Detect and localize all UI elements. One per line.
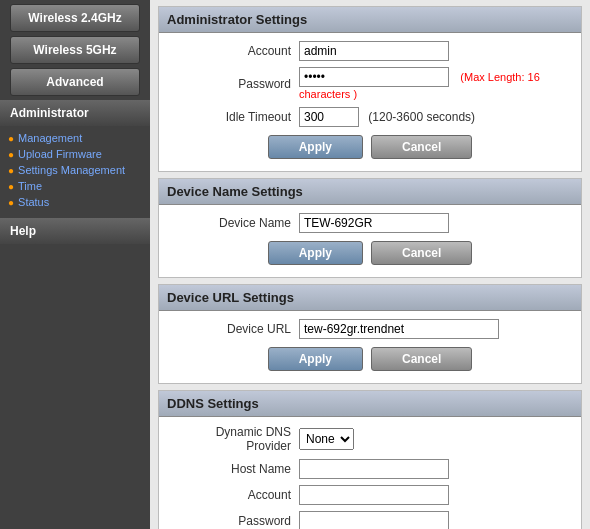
menu-link-upload-firmware[interactable]: Upload Firmware	[18, 148, 102, 160]
account-input[interactable]	[299, 41, 449, 61]
password-input-container: (Max Length: 16 characters )	[299, 67, 571, 101]
admin-menu: ● Management ● Upload Firmware ● Setting…	[0, 126, 150, 214]
ddns-account-row: Account	[169, 485, 571, 505]
dot-icon: ●	[8, 133, 14, 144]
ddns-provider-select[interactable]: None	[299, 428, 354, 450]
wireless-5-button[interactable]: Wireless 5GHz	[10, 36, 140, 64]
ddns-password-input-container	[299, 511, 571, 529]
device-name-label: Device Name	[169, 216, 299, 230]
device-name-cancel-button[interactable]: Cancel	[371, 241, 472, 265]
ddns-password-input[interactable]	[299, 511, 449, 529]
password-row: Password (Max Length: 16 characters )	[169, 67, 571, 101]
account-input-container	[299, 41, 571, 61]
ddns-hostname-row: Host Name	[169, 459, 571, 479]
device-name-input-container	[299, 213, 571, 233]
device-name-apply-button[interactable]: Apply	[268, 241, 363, 265]
menu-item-time[interactable]: ● Time	[8, 178, 142, 194]
dot-icon: ●	[8, 149, 14, 160]
admin-apply-button[interactable]: Apply	[268, 135, 363, 159]
dot-icon: ●	[8, 197, 14, 208]
device-name-section: Device Name Settings Device Name Apply C…	[158, 178, 582, 278]
device-url-cancel-button[interactable]: Cancel	[371, 347, 472, 371]
ddns-password-row: Password	[169, 511, 571, 529]
ddns-account-label: Account	[169, 488, 299, 502]
device-url-label: Device URL	[169, 322, 299, 336]
device-name-btn-row: Apply Cancel	[169, 241, 571, 265]
idle-timeout-input[interactable]	[299, 107, 359, 127]
menu-item-upload-firmware[interactable]: ● Upload Firmware	[8, 146, 142, 162]
admin-btn-row: Apply Cancel	[169, 135, 571, 159]
account-label: Account	[169, 44, 299, 58]
menu-link-time[interactable]: Time	[18, 180, 42, 192]
admin-settings-body: Account Password (Max Length: 16 charact…	[159, 33, 581, 171]
menu-link-management[interactable]: Management	[18, 132, 82, 144]
password-input[interactable]	[299, 67, 449, 87]
ddns-hostname-label: Host Name	[169, 462, 299, 476]
device-url-section: Device URL Settings Device URL Apply Can…	[158, 284, 582, 384]
advanced-button[interactable]: Advanced	[10, 68, 140, 96]
ddns-provider-row: Dynamic DNS Provider None	[169, 425, 571, 453]
ddns-body: Dynamic DNS Provider None Host Name Acco…	[159, 417, 581, 529]
device-name-row: Device Name	[169, 213, 571, 233]
device-name-input[interactable]	[299, 213, 449, 233]
ddns-password-label: Password	[169, 514, 299, 528]
ddns-provider-input-container: None	[299, 428, 571, 450]
dot-icon: ●	[8, 165, 14, 176]
idle-timeout-row: Idle Timeout (120-3600 seconds)	[169, 107, 571, 127]
account-row: Account	[169, 41, 571, 61]
sidebar: Wireless 2.4GHz Wireless 5GHz Advanced A…	[0, 0, 150, 529]
device-url-row: Device URL	[169, 319, 571, 339]
password-label: Password	[169, 77, 299, 91]
device-name-title: Device Name Settings	[159, 179, 581, 205]
menu-item-settings-management[interactable]: ● Settings Management	[8, 162, 142, 178]
idle-timeout-hint: (120-3600 seconds)	[368, 110, 475, 124]
device-url-input[interactable]	[299, 319, 499, 339]
ddns-hostname-input[interactable]	[299, 459, 449, 479]
device-name-body: Device Name Apply Cancel	[159, 205, 581, 277]
device-url-body: Device URL Apply Cancel	[159, 311, 581, 383]
help-section-header: Help	[0, 218, 150, 244]
ddns-provider-label: Dynamic DNS Provider	[169, 425, 299, 453]
device-url-apply-button[interactable]: Apply	[268, 347, 363, 371]
idle-timeout-input-container: (120-3600 seconds)	[299, 107, 571, 127]
wireless-24-button[interactable]: Wireless 2.4GHz	[10, 4, 140, 32]
device-url-btn-row: Apply Cancel	[169, 347, 571, 371]
ddns-section: DDNS Settings Dynamic DNS Provider None …	[158, 390, 582, 529]
idle-timeout-label: Idle Timeout	[169, 110, 299, 124]
menu-link-status[interactable]: Status	[18, 196, 49, 208]
device-url-title: Device URL Settings	[159, 285, 581, 311]
menu-item-management[interactable]: ● Management	[8, 130, 142, 146]
admin-section-header: Administrator	[0, 100, 150, 126]
menu-item-status[interactable]: ● Status	[8, 194, 142, 210]
main-content: Administrator Settings Account Password …	[150, 0, 590, 529]
admin-settings-title: Administrator Settings	[159, 7, 581, 33]
ddns-account-input-container	[299, 485, 571, 505]
ddns-title: DDNS Settings	[159, 391, 581, 417]
admin-settings-section: Administrator Settings Account Password …	[158, 6, 582, 172]
admin-cancel-button[interactable]: Cancel	[371, 135, 472, 159]
device-url-input-container	[299, 319, 571, 339]
ddns-hostname-input-container	[299, 459, 571, 479]
ddns-account-input[interactable]	[299, 485, 449, 505]
menu-link-settings-management[interactable]: Settings Management	[18, 164, 125, 176]
dot-icon: ●	[8, 181, 14, 192]
